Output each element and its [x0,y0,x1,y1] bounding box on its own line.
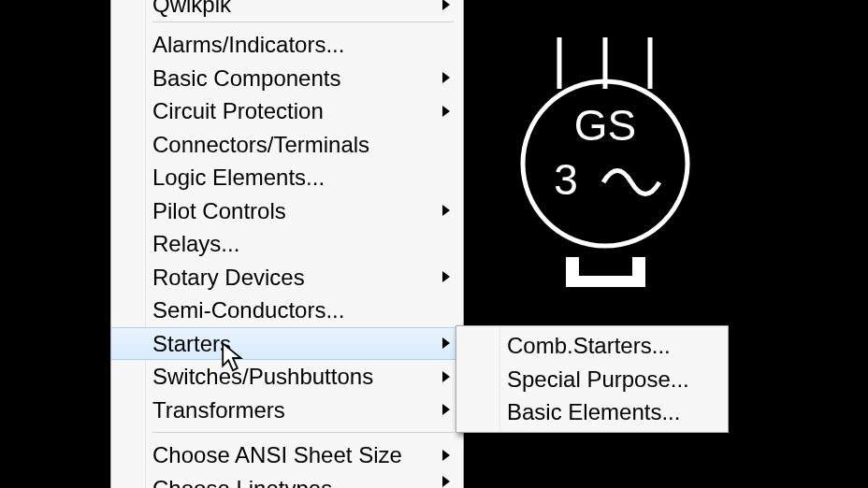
menu-item-switches-pushbuttons[interactable]: Switches/Pushbuttons [111,360,463,394]
submenu-arrow-icon [442,205,450,216]
menu-item-label: Special Purpose... [507,366,689,392]
menu-item-label: Semi-Conductors... [152,297,344,323]
submenu-item-special-purpose[interactable]: Special Purpose... [456,363,728,396]
submenu-arrow-icon [442,0,450,10]
submenu-arrow-icon [442,271,450,282]
menu-item-label: Transformers [152,397,285,423]
svg-text:GS: GS [574,101,636,150]
svg-rect-7 [566,276,645,287]
menu-item-choose-linetypes[interactable]: Choose Linetypes [111,472,463,489]
svg-rect-6 [566,257,579,285]
menu-item-alarms-indicators[interactable]: Alarms/Indicators... [111,28,463,62]
menu-item-relays[interactable]: Relays... [111,227,463,261]
menu-item-label: Comb.Starters... [507,333,671,358]
menu-item-circuit-protection[interactable]: Circuit Protection [111,94,463,128]
menu-item-label: Alarms/Indicators... [152,32,344,57]
submenu-item-comb-starters[interactable]: Comb.Starters... [456,329,728,363]
submenu-arrow-icon [442,476,450,487]
submenu-item-basic-elements[interactable]: Basic Elements... [456,395,728,429]
submenu-arrow-icon [442,404,450,415]
menu-item-logic-elements[interactable]: Logic Elements... [111,161,463,194]
menu-item-label: Pilot Controls [152,198,286,223]
menu-item-label: Relays... [152,231,239,256]
menu-item-starters[interactable]: Starters [111,327,463,361]
starters-submenu: Comb.Starters... Special Purpose... Basi… [456,325,729,433]
menu-item-semi-conductors[interactable]: Semi-Conductors... [111,294,463,327]
menu-item-label: Basic Elements... [507,399,680,424]
menu-separator [152,22,454,22]
menu-item-connectors-terminals[interactable]: Connectors/Terminals [111,128,463,162]
menu-item-rotary-devices[interactable]: Rotary Devices [111,261,463,294]
submenu-arrow-icon [442,450,450,461]
menu-item-basic-components[interactable]: Basic Components [111,62,463,95]
menu-separator [152,432,454,433]
menu-item-label: Switches/Pushbuttons [152,364,373,389]
submenu-arrow-icon [442,72,450,83]
menu-item-qwikpik[interactable]: Qwikpik [111,0,463,16]
menu-item-label: Choose ANSI Sheet Size [152,442,402,467]
menu-item-choose-ansi-sheet-size[interactable]: Choose ANSI Sheet Size [111,438,463,472]
context-menu: Qwikpik Alarms/Indicators... Basic Compo… [110,0,464,488]
generator-symbol: GS 3 [514,37,702,299]
menu-item-pilot-controls[interactable]: Pilot Controls [111,194,463,228]
submenu-arrow-icon [442,106,450,117]
menu-item-label: Qwikpik [152,0,231,17]
menu-item-label: Basic Components [152,65,340,91]
menu-item-label: Choose Linetypes [152,476,332,489]
menu-item-label: Logic Elements... [152,165,325,190]
svg-rect-8 [632,257,645,285]
svg-text:3: 3 [554,155,578,204]
svg-point-3 [523,81,687,246]
menu-item-label: Circuit Protection [152,98,324,123]
menu-item-label: Connectors/Terminals [152,132,369,157]
submenu-arrow-icon [442,371,450,382]
menu-item-transformers[interactable]: Transformers [111,394,463,427]
menu-item-label: Rotary Devices [152,265,305,290]
menu-item-label: Starters [152,331,231,356]
submenu-arrow-icon [442,337,450,349]
